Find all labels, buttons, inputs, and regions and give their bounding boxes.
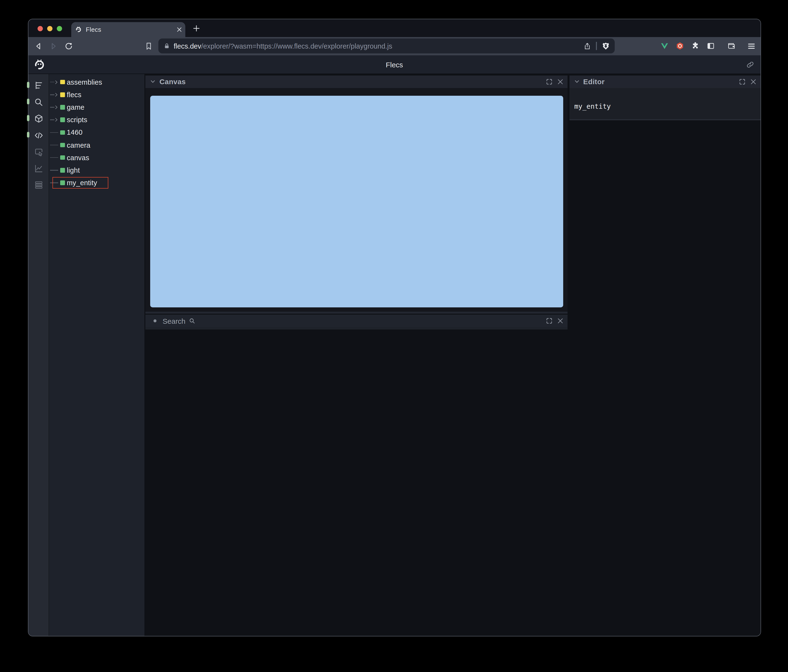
share-link-icon[interactable] [746, 60, 754, 68]
search-icon [189, 317, 196, 324]
search-panel-title: Search [163, 317, 186, 325]
center-column: Canvas [145, 74, 569, 636]
canvas-panel-header: Canvas [146, 76, 567, 88]
tree-row-flecs[interactable]: flecs [49, 88, 145, 101]
tree-row-label: light [67, 166, 80, 174]
right-column: Editor my_entity [569, 74, 761, 636]
sidebar-item-query-search[interactable] [29, 94, 49, 110]
3d-viewport[interactable] [151, 96, 563, 307]
url-text: flecs.dev/explorer/?wasm=https://www.fle… [174, 42, 584, 50]
forward-button[interactable] [49, 41, 58, 50]
url-host: flecs.dev [174, 42, 201, 50]
sidebar-item-statistics[interactable] [29, 160, 49, 177]
entity-kind-icon [60, 92, 65, 97]
app-title: Flecs [29, 55, 761, 74]
entity-tree-panel: assemblies flecs game scripts 1460 camer… [49, 74, 145, 636]
tree-row-game[interactable]: game [49, 101, 145, 114]
tree-row-label: canvas [67, 154, 89, 162]
sidebar-item-inspect[interactable] [29, 144, 49, 160]
sidebar-active-pill [27, 132, 29, 138]
entity-kind-icon [60, 117, 65, 122]
window-close-button[interactable] [38, 26, 43, 31]
extensions-puzzle-icon[interactable] [691, 42, 699, 50]
tree-row-label: flecs [67, 91, 82, 98]
expand-chevron-icon[interactable] [54, 105, 59, 110]
tab-title: Flecs [86, 26, 101, 33]
fullscreen-icon[interactable] [739, 78, 746, 85]
url-actions-divider [596, 42, 597, 50]
brave-shields-icon[interactable] [602, 42, 610, 50]
tree-row-my_entity[interactable]: my_entity [49, 176, 145, 189]
collapsed-dot-icon [154, 320, 156, 322]
browser-window: Flecs [28, 19, 761, 636]
tab-close-icon[interactable] [176, 27, 183, 33]
chevron-down-icon[interactable] [574, 79, 579, 84]
window-minimize-button[interactable] [48, 26, 53, 31]
tree-row-camera[interactable]: camera [49, 139, 145, 151]
share-icon[interactable] [584, 42, 591, 50]
wallet-icon[interactable] [728, 42, 736, 50]
entity-kind-icon [60, 181, 65, 185]
entity-kind-icon [60, 143, 65, 147]
tree-row-label: 1460 [67, 129, 83, 136]
desktop: Flecs [0, 0, 788, 672]
expand-chevron-icon[interactable] [54, 92, 59, 97]
app-content: assemblies flecs game scripts 1460 camer… [29, 74, 761, 636]
search-icon [34, 98, 43, 107]
left-icon-sidebar [29, 74, 49, 636]
tree-row-label: scripts [67, 116, 87, 124]
close-panel-icon[interactable] [557, 78, 564, 85]
close-panel-icon[interactable] [750, 78, 757, 85]
expand-chevron-icon[interactable] [54, 79, 59, 84]
tree-row-assemblies[interactable]: assemblies [49, 76, 145, 88]
entity-kind-icon [60, 80, 65, 84]
tree-row-1460[interactable]: 1460 [49, 126, 145, 139]
cube-icon [34, 114, 43, 124]
tree-row-light[interactable]: light [49, 164, 145, 176]
url-path: /explorer/?wasm=https://www.flecs.dev/ex… [201, 42, 392, 50]
fullscreen-icon[interactable] [546, 78, 553, 85]
lock-icon [164, 43, 170, 49]
line-chart-icon [34, 164, 43, 173]
canvas-panel-body [146, 88, 567, 314]
screen-cursor-icon [34, 147, 43, 157]
fullscreen-icon[interactable] [546, 317, 553, 324]
canvas-panel: Canvas [146, 76, 567, 314]
sidebar-item-code-editor[interactable] [29, 127, 49, 144]
sidebar-active-pill [27, 98, 29, 105]
flecs-favicon-icon [76, 27, 82, 32]
sidebar-toggle-icon[interactable] [707, 42, 715, 50]
tree-connector [50, 157, 58, 158]
editor-panel: Editor my_entity [569, 76, 761, 120]
bookmark-button[interactable] [145, 41, 153, 50]
new-tab-button[interactable] [192, 24, 200, 32]
tree-connector [50, 145, 58, 146]
tree-connector [50, 132, 58, 133]
search-panel-header[interactable]: Search [146, 315, 567, 327]
close-panel-icon[interactable] [557, 317, 564, 324]
entity-kind-icon [60, 155, 65, 160]
red-hexagon-extension-icon[interactable] [676, 42, 684, 50]
tree-row-scripts[interactable]: scripts [49, 114, 145, 126]
browser-menu-icon[interactable] [747, 41, 756, 50]
back-button[interactable] [34, 41, 43, 50]
address-bar[interactable]: flecs.dev/explorer/?wasm=https://www.fle… [158, 38, 615, 53]
sidebar-item-assets[interactable] [29, 110, 49, 127]
command-queue-icon [34, 181, 43, 190]
tree-row-canvas[interactable]: canvas [49, 151, 145, 164]
window-zoom-button[interactable] [57, 26, 62, 31]
tree-row-label: camera [67, 141, 91, 149]
sidebar-item-entity-tree[interactable] [29, 77, 49, 94]
sidebar-active-pill [27, 82, 29, 88]
editor-panel-title: Editor [583, 78, 605, 86]
editor-panel-body[interactable]: my_entity [569, 88, 761, 120]
browser-toolbar: flecs.dev/explorer/?wasm=https://www.fle… [29, 37, 761, 55]
chevron-down-icon[interactable] [151, 79, 156, 84]
reload-button[interactable] [65, 41, 73, 50]
expand-chevron-icon[interactable] [54, 117, 59, 122]
browser-tab[interactable]: Flecs [71, 22, 186, 37]
tree-connector [50, 182, 58, 183]
vue-devtools-icon[interactable] [661, 42, 669, 50]
sidebar-item-commands[interactable] [29, 177, 49, 193]
sidebar-active-pill [27, 115, 29, 121]
